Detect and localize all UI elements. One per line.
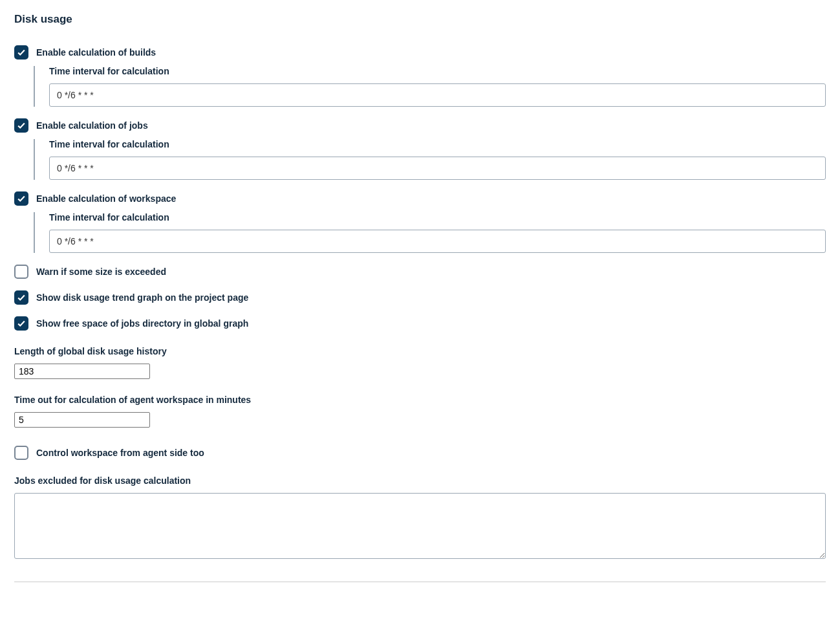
- check-icon: [17, 293, 26, 302]
- check-icon: [17, 48, 26, 57]
- builds-interval-section: Time interval for calculation: [34, 66, 826, 107]
- divider: [14, 582, 826, 582]
- enable-workspace-label[interactable]: Enable calculation of workspace: [36, 193, 176, 204]
- timeout-input[interactable]: [14, 412, 150, 428]
- jobs-interval-label: Time interval for calculation: [49, 139, 826, 149]
- history-input[interactable]: [14, 364, 150, 379]
- enable-jobs-row: Enable calculation of jobs: [14, 118, 826, 133]
- enable-jobs-label[interactable]: Enable calculation of jobs: [36, 120, 148, 131]
- workspace-interval-input[interactable]: [49, 230, 826, 253]
- agent-control-checkbox[interactable]: [14, 446, 28, 460]
- builds-interval-label: Time interval for calculation: [49, 66, 826, 76]
- trend-checkbox[interactable]: [14, 290, 28, 305]
- check-icon: [17, 319, 26, 328]
- history-label: Length of global disk usage history: [14, 346, 826, 356]
- trend-label[interactable]: Show disk usage trend graph on the proje…: [36, 292, 248, 303]
- builds-interval-input[interactable]: [49, 83, 826, 107]
- enable-builds-checkbox[interactable]: [14, 45, 28, 60]
- workspace-interval-section: Time interval for calculation: [34, 212, 826, 253]
- warn-checkbox[interactable]: [14, 265, 28, 279]
- timeout-label: Time out for calculation of agent worksp…: [14, 395, 826, 405]
- trend-row: Show disk usage trend graph on the proje…: [14, 290, 826, 305]
- check-icon: [17, 194, 26, 203]
- excluded-label: Jobs excluded for disk usage calculation: [14, 475, 826, 486]
- freespace-label[interactable]: Show free space of jobs directory in glo…: [36, 318, 248, 329]
- excluded-field: Jobs excluded for disk usage calculation: [14, 475, 826, 561]
- agent-control-row: Control workspace from agent side too: [14, 446, 826, 460]
- timeout-field: Time out for calculation of agent worksp…: [14, 395, 826, 428]
- jobs-interval-input[interactable]: [49, 157, 826, 180]
- freespace-row: Show free space of jobs directory in glo…: [14, 316, 826, 331]
- check-icon: [17, 121, 26, 130]
- warn-label[interactable]: Warn if some size is exceeded: [36, 267, 166, 277]
- history-field: Length of global disk usage history: [14, 346, 826, 379]
- freespace-checkbox[interactable]: [14, 316, 28, 331]
- section-title: Disk usage: [14, 13, 826, 26]
- enable-builds-row: Enable calculation of builds: [14, 45, 826, 60]
- agent-control-label[interactable]: Control workspace from agent side too: [36, 448, 204, 458]
- jobs-interval-section: Time interval for calculation: [34, 139, 826, 180]
- enable-workspace-checkbox[interactable]: [14, 191, 28, 206]
- workspace-interval-label: Time interval for calculation: [49, 212, 826, 223]
- enable-jobs-checkbox[interactable]: [14, 118, 28, 133]
- enable-builds-label[interactable]: Enable calculation of builds: [36, 47, 156, 58]
- excluded-textarea[interactable]: [14, 493, 826, 559]
- enable-workspace-row: Enable calculation of workspace: [14, 191, 826, 206]
- warn-row: Warn if some size is exceeded: [14, 265, 826, 279]
